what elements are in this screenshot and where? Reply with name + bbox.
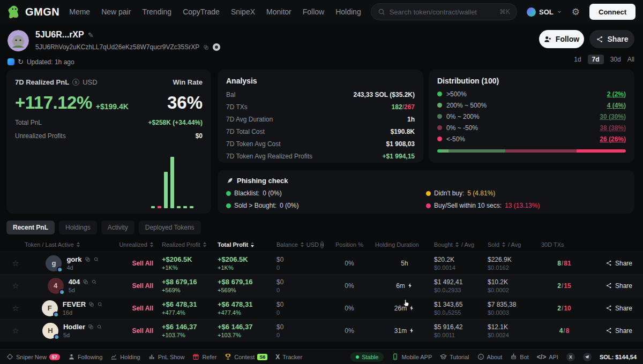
nav-item[interactable]: Meme	[69, 7, 90, 16]
footer-mobile-app[interactable]: Mobile APP	[392, 353, 432, 360]
tab-recent-pnl[interactable]: Recent PnL	[6, 221, 55, 234]
row-share-button[interactable]: Share	[587, 327, 637, 335]
sniper-badge: 57	[49, 354, 60, 360]
row-share-button[interactable]: Share	[587, 282, 637, 290]
search-token-icon[interactable]	[97, 301, 103, 307]
token-avatar[interactable]: 4	[48, 278, 64, 294]
stable-mode-toggle[interactable]: Stable	[350, 352, 384, 362]
footer-pnl-show[interactable]: PnL Show	[148, 353, 185, 360]
favorite-star-icon[interactable]: ☆	[12, 304, 19, 313]
filter-30d[interactable]: 30d	[610, 56, 621, 63]
share-button[interactable]: Share	[589, 30, 634, 48]
header-unrealized[interactable]: Unrealized	[120, 241, 162, 248]
footer-holding[interactable]: Holding	[110, 353, 140, 360]
header-bought[interactable]: Bought/ Avg	[434, 241, 488, 248]
edit-name-icon[interactable]: ✎	[88, 31, 94, 39]
header-total-profit[interactable]: Total Profit	[218, 241, 276, 248]
filter-1d[interactable]: 1d	[574, 56, 581, 63]
copy-icon[interactable]	[85, 256, 91, 262]
token-avatar[interactable]: F	[42, 300, 58, 316]
nav-item[interactable]: SnipeX	[231, 7, 255, 16]
token-avatar[interactable]: H	[42, 323, 58, 339]
header-position: Position %	[324, 241, 375, 248]
settings-gear-icon[interactable]: ⚙	[572, 7, 580, 17]
search-token-icon[interactable]	[96, 324, 102, 330]
tab-deployed-tokens[interactable]: Deployed Tokens	[139, 221, 201, 234]
pnl-unit: USD	[83, 78, 97, 86]
trophy-icon	[225, 353, 231, 360]
row-share-button[interactable]: Share	[587, 305, 637, 312]
usd-toggle-icon[interactable]: $	[72, 79, 79, 86]
header-balance[interactable]: BalanceUSD$	[276, 241, 324, 248]
nav-item[interactable]: Holding	[335, 7, 361, 16]
footer-tutorial[interactable]: Tutorial	[440, 353, 469, 360]
nav-item[interactable]: Trending	[142, 7, 171, 16]
distribution-count[interactable]: 2 (2%)	[607, 90, 626, 98]
search-input[interactable]	[390, 8, 495, 16]
sell-all-button[interactable]: Sell All	[132, 327, 153, 335]
header-sold[interactable]: Sold/ Avg	[488, 241, 541, 248]
pnl-sparkline-chart	[151, 155, 203, 208]
token-name[interactable]: gork	[66, 255, 81, 263]
favorite-star-icon[interactable]: ☆	[12, 259, 19, 268]
footer-about[interactable]: About	[477, 353, 503, 360]
chain-selector[interactable]: SOL	[527, 7, 562, 17]
search-token-icon[interactable]	[93, 256, 99, 262]
footer-refer[interactable]: Refer	[192, 353, 216, 360]
footer-bot[interactable]: Bot	[510, 353, 529, 360]
distribution-count[interactable]: 26 (26%)	[600, 135, 626, 143]
token-name[interactable]: FEVER	[63, 300, 86, 308]
search-token-icon[interactable]	[91, 279, 97, 285]
recent-pnl-table: Token / Last Active Unrealized Realized …	[0, 238, 643, 342]
footer-tracker[interactable]: X Tracker	[275, 353, 302, 361]
nav-item[interactable]: CopyTrade	[183, 7, 220, 16]
footer-following[interactable]: Following	[68, 353, 102, 360]
phishing-title: Phishing check	[237, 177, 288, 185]
contest-badge: S6	[257, 354, 267, 360]
sell-all-button[interactable]: Sell All	[132, 305, 153, 312]
header-realized[interactable]: Realized Profit	[162, 241, 218, 248]
refresh-icon[interactable]: ↻	[18, 58, 24, 66]
search-bar[interactable]: ⌘K	[371, 3, 517, 20]
explorer-link-icon[interactable]	[213, 43, 220, 51]
copy-address-icon[interactable]	[203, 44, 209, 50]
favorite-star-icon[interactable]: ☆	[12, 281, 19, 291]
avatar[interactable]	[8, 30, 29, 51]
follow-button[interactable]: Follow	[539, 30, 584, 48]
row-share-button[interactable]: Share	[587, 260, 637, 267]
favorite-star-icon[interactable]: ☆	[12, 326, 19, 336]
header-token[interactable]: Token / Last Active	[25, 241, 120, 248]
tab-activity[interactable]: Activity	[101, 221, 134, 234]
tab-holdings[interactable]: Holdings	[59, 221, 97, 234]
sell-all-button[interactable]: Sell All	[132, 260, 153, 267]
footer-sniper[interactable]: Sniper New 57	[6, 353, 60, 360]
nav-item[interactable]: Monitor	[266, 7, 291, 16]
filter-all[interactable]: All	[627, 56, 634, 63]
token-last-active: 5d	[69, 287, 98, 293]
nav-item[interactable]: Follow	[303, 7, 324, 16]
distribution-count[interactable]: 38 (38%)	[600, 124, 626, 132]
distribution-segment	[441, 149, 448, 153]
sell-all-button[interactable]: Sell All	[132, 282, 153, 290]
copy-icon[interactable]	[88, 324, 94, 330]
token-avatar[interactable]: g	[46, 255, 62, 271]
pnl-percent: +117.12%	[15, 93, 92, 113]
copy-icon[interactable]	[88, 301, 94, 307]
total-pnl-label: Total PnL	[15, 119, 42, 126]
token-name[interactable]: Hodler	[63, 323, 85, 331]
copy-icon[interactable]	[83, 279, 88, 285]
total-profit-usd: +$8 679,16	[218, 278, 276, 286]
nav-item[interactable]: New pair	[101, 7, 131, 16]
brand-logo[interactable]: GMGN	[8, 5, 59, 19]
footer-api[interactable]: </> API	[537, 353, 558, 361]
filter-7d[interactable]: 7d	[588, 55, 604, 64]
telegram-icon[interactable]	[583, 353, 592, 361]
bought-avg: $0.0₄2933	[434, 287, 488, 293]
footer-contest[interactable]: Contest S6	[225, 353, 267, 360]
token-name[interactable]: 404	[69, 278, 80, 286]
connect-button[interactable]: Connect	[589, 4, 635, 20]
distribution-count[interactable]: 4 (4%)	[607, 102, 626, 109]
x-social-icon[interactable]: X	[566, 353, 575, 361]
sold-avg: $0.0002	[488, 287, 541, 293]
distribution-count[interactable]: 30 (30%)	[600, 113, 626, 120]
